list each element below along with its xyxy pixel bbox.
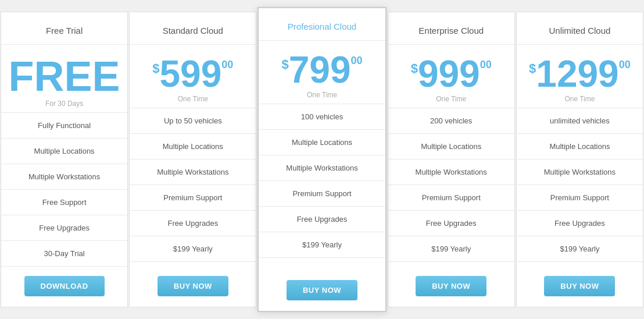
feature-unlimited-cloud-0: unlimited vehicles xyxy=(517,108,643,134)
download-button[interactable]: DOWNLOAD xyxy=(24,276,105,296)
feature-free-trial-0: Fully Functional xyxy=(1,113,127,139)
price-main-value: 799 xyxy=(289,51,351,88)
price-cents-value: 00 xyxy=(619,59,631,71)
feature-free-trial-2: Multiple Workstations xyxy=(1,164,127,190)
feature-professional-cloud-5: $199 Yearly xyxy=(259,232,385,258)
feature-enterprise-cloud-3: Premium Support xyxy=(388,185,514,211)
feature-standard-cloud-1: Multiple Locations xyxy=(130,134,256,160)
plan-price-standard-cloud: $59900One Time xyxy=(130,45,256,108)
plan-price-enterprise-cloud: $99900One Time xyxy=(388,45,514,108)
feature-professional-cloud-1: Multiple Locations xyxy=(259,130,385,155)
price-main-value: 1299 xyxy=(536,55,618,93)
price-subtitle-standard-cloud: One Time xyxy=(178,95,208,103)
feature-professional-cloud-0: 100 vehicles xyxy=(259,104,385,130)
price-amount-standard-cloud: $59900 xyxy=(152,55,233,93)
feature-free-trial-3: Free Support xyxy=(1,190,127,215)
pricing-table: Free TrialFREEFor 30 DaysFully Functiona… xyxy=(0,9,644,310)
plan-action-unlimited-cloud: BUY NOW xyxy=(517,267,643,307)
buy-now-professional-button[interactable]: BUY NOW xyxy=(287,280,357,300)
feature-professional-cloud-3: Premium Support xyxy=(259,181,385,207)
feature-standard-cloud-2: Multiple Workstations xyxy=(130,160,256,185)
price-dollar-sign: $ xyxy=(529,61,536,76)
feature-unlimited-cloud-2: Multiple Workstations xyxy=(517,160,643,185)
buy-now-standard-button[interactable]: BUY NOW xyxy=(158,276,228,296)
buy-now-enterprise-button[interactable]: BUY NOW xyxy=(416,276,486,296)
feature-free-trial-4: Free Upgrades xyxy=(1,215,127,241)
feature-enterprise-cloud-0: 200 vehicles xyxy=(388,108,514,134)
price-main-value: 599 xyxy=(160,55,222,93)
plan-enterprise-cloud: Enterprise Cloud$99900One Time200 vehicl… xyxy=(388,12,515,307)
feature-unlimited-cloud-5: $199 Yearly xyxy=(517,236,643,262)
plan-title-standard-cloud: Standard Cloud xyxy=(130,12,256,45)
feature-standard-cloud-3: Premium Support xyxy=(130,185,256,211)
plan-price-professional-cloud: $79900One Time xyxy=(259,41,385,104)
feature-standard-cloud-4: Free Upgrades xyxy=(130,211,256,236)
plan-price-free-trial: FREEFor 30 Days xyxy=(1,45,127,113)
feature-free-trial-1: Multiple Locations xyxy=(1,139,127,164)
feature-free-trial-5: 30-Day Trial xyxy=(1,241,127,267)
plan-standard-cloud: Standard Cloud$59900One TimeUp to 50 veh… xyxy=(129,12,256,307)
price-subtitle-unlimited-cloud: One Time xyxy=(564,95,595,103)
feature-standard-cloud-0: Up to 50 vehicles xyxy=(130,108,256,134)
price-cents-value: 00 xyxy=(351,55,363,67)
plan-title-enterprise-cloud: Enterprise Cloud xyxy=(388,12,514,45)
plan-title-free-trial: Free Trial xyxy=(1,12,127,45)
price-cents-value: 00 xyxy=(221,59,233,71)
feature-unlimited-cloud-4: Free Upgrades xyxy=(517,211,643,236)
feature-professional-cloud-4: Free Upgrades xyxy=(259,207,385,232)
buy-now-unlimited-button[interactable]: BUY NOW xyxy=(544,276,615,296)
price-amount-enterprise-cloud: $99900 xyxy=(411,55,492,93)
feature-enterprise-cloud-5: $199 Yearly xyxy=(388,236,514,262)
plan-title-unlimited-cloud: Unlimited Cloud xyxy=(517,12,643,45)
plan-action-standard-cloud: BUY NOW xyxy=(130,267,256,307)
price-subtitle-enterprise-cloud: One Time xyxy=(436,95,466,103)
price-subtitle-free-trial: For 30 Days xyxy=(45,100,83,108)
plan-free-trial: Free TrialFREEFor 30 DaysFully Functiona… xyxy=(1,12,128,307)
feature-enterprise-cloud-2: Multiple Workstations xyxy=(388,160,514,185)
feature-professional-cloud-2: Multiple Workstations xyxy=(259,155,385,181)
feature-unlimited-cloud-3: Premium Support xyxy=(517,185,643,211)
plan-action-professional-cloud: BUY NOW xyxy=(259,271,385,311)
feature-standard-cloud-5: $199 Yearly xyxy=(130,236,256,262)
plan-action-enterprise-cloud: BUY NOW xyxy=(388,267,514,307)
price-dollar-sign: $ xyxy=(152,61,159,76)
price-amount-professional-cloud: $79900 xyxy=(281,51,362,88)
price-free-label: FREE xyxy=(9,55,120,97)
price-main-value: 999 xyxy=(418,55,480,93)
feature-unlimited-cloud-1: Multiple Locations xyxy=(517,134,643,160)
price-dollar-sign: $ xyxy=(411,61,418,76)
plan-action-free-trial: DOWNLOAD xyxy=(1,267,127,307)
price-subtitle-professional-cloud: One Time xyxy=(307,91,337,99)
feature-enterprise-cloud-1: Multiple Locations xyxy=(388,134,514,160)
price-amount-unlimited-cloud: $129900 xyxy=(529,55,631,93)
plan-professional-cloud: Profesional Cloud$79900One Time100 vehic… xyxy=(257,7,386,312)
price-dollar-sign: $ xyxy=(281,57,288,72)
plan-price-unlimited-cloud: $129900One Time xyxy=(517,45,643,108)
plan-unlimited-cloud: Unlimited Cloud$129900One Timeunlimited … xyxy=(516,12,643,307)
plan-title-professional-cloud: Profesional Cloud xyxy=(259,8,385,41)
feature-enterprise-cloud-4: Free Upgrades xyxy=(388,211,514,236)
price-cents-value: 00 xyxy=(480,59,492,71)
